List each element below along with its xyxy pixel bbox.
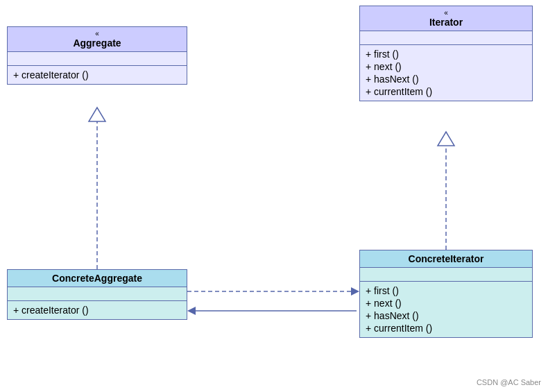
iterator-title: Iterator bbox=[429, 17, 463, 28]
aggregate-interface-label: « bbox=[13, 30, 181, 37]
aggregate-method-1: + createIterator () bbox=[13, 69, 181, 81]
aggregate-methods-section: + createIterator () bbox=[8, 66, 187, 84]
concrete-aggregate-attributes-section bbox=[8, 287, 187, 301]
iterator-method-4: + currentItem () bbox=[366, 85, 526, 98]
iterator-method-3: + hasNext () bbox=[366, 73, 526, 85]
iterator-method-1: + first () bbox=[366, 48, 526, 60]
iterator-attributes-section bbox=[360, 31, 532, 45]
iterator-class: « Iterator + first () + next () + hasNex… bbox=[359, 6, 533, 101]
svg-marker-3 bbox=[438, 132, 454, 146]
watermark: CSDN @AC Saber bbox=[477, 378, 541, 386]
iterator-methods-section: + first () + next () + hasNext () + curr… bbox=[360, 45, 532, 101]
aggregate-header: « Aggregate bbox=[8, 27, 187, 52]
concrete-aggregate-title: ConcreteAggregate bbox=[52, 273, 142, 284]
concrete-iterator-title: ConcreteIterator bbox=[409, 253, 484, 264]
iterator-header: « Iterator bbox=[360, 6, 532, 31]
concrete-iterator-method-4: + currentItem () bbox=[366, 322, 526, 334]
concrete-aggregate-method-1: + createIterator () bbox=[13, 304, 181, 316]
concrete-iterator-class: ConcreteIterator + first () + next () + … bbox=[359, 250, 533, 338]
iterator-method-2: + next () bbox=[366, 60, 526, 73]
concrete-aggregate-methods-section: + createIterator () bbox=[8, 301, 187, 319]
concrete-iterator-method-1: + first () bbox=[366, 284, 526, 297]
svg-marker-1 bbox=[89, 108, 105, 121]
concrete-iterator-attributes-section bbox=[360, 268, 532, 282]
concrete-iterator-header: ConcreteIterator bbox=[360, 250, 532, 268]
concrete-iterator-methods-section: + first () + next () + hasNext () + curr… bbox=[360, 282, 532, 337]
iterator-interface-label: « bbox=[366, 9, 526, 17]
concrete-iterator-method-2: + next () bbox=[366, 297, 526, 309]
svg-marker-5 bbox=[351, 287, 359, 296]
aggregate-class: « Aggregate + createIterator () bbox=[7, 26, 187, 85]
concrete-aggregate-class: ConcreteAggregate + createIterator () bbox=[7, 269, 187, 320]
concrete-iterator-method-3: + hasNext () bbox=[366, 309, 526, 322]
svg-marker-7 bbox=[187, 307, 196, 315]
aggregate-attributes-section bbox=[8, 52, 187, 66]
aggregate-title: Aggregate bbox=[73, 37, 121, 49]
concrete-aggregate-header: ConcreteAggregate bbox=[8, 270, 187, 287]
diagram-container: « Aggregate + createIterator () « Iterat… bbox=[0, 0, 548, 392]
